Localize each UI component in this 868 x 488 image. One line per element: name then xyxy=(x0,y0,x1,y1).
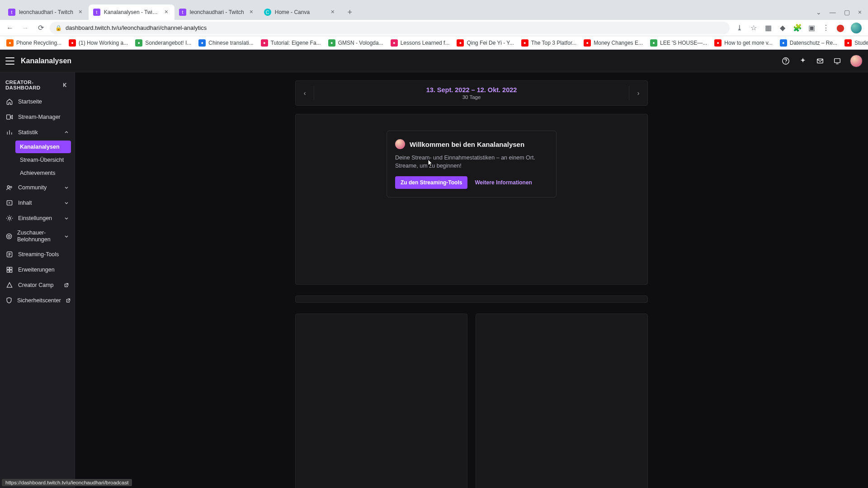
bookmark-item[interactable]: ●Student Wants an... xyxy=(842,38,868,48)
sidebar-subitem-achievements[interactable]: Achievements xyxy=(15,167,71,179)
updates-icon[interactable]: ⬤ xyxy=(836,23,844,32)
bookmark-item[interactable]: ●Money Changes E... xyxy=(581,38,646,48)
lock-icon: 🔒 xyxy=(55,25,62,31)
sidebar-item-label: Einstellungen xyxy=(18,215,52,221)
extensions-puzzle-icon[interactable]: 🧩 xyxy=(793,23,801,32)
install-icon[interactable]: ⤓ xyxy=(735,23,743,32)
rewards-icon xyxy=(5,232,13,240)
bookmark-item[interactable]: ●Sonderangebot! I... xyxy=(132,38,194,48)
maximize-icon[interactable]: ▢ xyxy=(844,9,850,16)
bookmark-item[interactable]: ●GMSN - Vologda... xyxy=(326,38,386,48)
forward-button[interactable]: → xyxy=(19,22,32,34)
svg-point-8 xyxy=(9,217,11,220)
svg-rect-12 xyxy=(7,267,9,269)
sidebar-subitem-label: Achievements xyxy=(20,170,56,176)
extension-square-icon[interactable]: ▣ xyxy=(807,23,816,32)
bookmark-item[interactable]: ●Phone Recycling... xyxy=(4,38,64,48)
date-prev-button[interactable]: ‹ xyxy=(296,81,314,105)
browser-toolbar: ← → ⟳ 🔒 dashboard.twitch.tv/u/leonchaudh… xyxy=(0,20,868,36)
svg-point-5 xyxy=(7,186,9,188)
sidebar-item-zuschauer-belohnungen[interactable]: Zuschauer-Belohnungen xyxy=(0,226,75,247)
browser-tab-active[interactable]: t Kanalanalysen - Twitch × xyxy=(89,5,175,20)
bookmark-label: (1) How Working a... xyxy=(79,40,128,46)
bookmark-label: Qing Fei De Yi - Y... xyxy=(467,40,514,46)
extension-icon[interactable]: ◆ xyxy=(778,23,787,32)
date-next-button[interactable]: › xyxy=(629,81,647,105)
extension-pixel-icon[interactable]: ▦ xyxy=(764,23,772,32)
hamburger-icon[interactable] xyxy=(5,56,14,66)
streaming-tools-button[interactable]: Zu den Streaming-Tools xyxy=(395,176,467,189)
sidebar-item-label: Community xyxy=(18,184,47,191)
bookmark-item[interactable]: ●Chinese translati... xyxy=(196,38,256,48)
sidebar-item-einstellungen[interactable]: Einstellungen xyxy=(0,211,75,226)
bookmark-item[interactable]: ●Tutorial: Eigene Fa... xyxy=(258,38,324,48)
tab-title: leonchaudhari - Twitch xyxy=(190,9,244,15)
sidebar-item-label: Startseite xyxy=(18,99,42,105)
bookmark-item[interactable]: ●(1) How Working a... xyxy=(66,38,131,48)
sidebar-subitem-stream-uebersicht[interactable]: Stream-Übersicht xyxy=(15,154,71,166)
toolbar-actions: ⤓ ☆ ▦ ◆ 🧩 ▣ ⋮ ⬤ xyxy=(732,23,864,33)
sidebar-item-label: Creator Camp xyxy=(18,282,54,288)
help-icon[interactable] xyxy=(781,56,790,66)
reload-button[interactable]: ⟳ xyxy=(34,22,47,34)
placeholder-panel xyxy=(295,314,467,488)
date-range-picker: ‹ 13. Sept. 2022 – 12. Okt. 2022 30 Tage… xyxy=(295,80,648,106)
placeholder-grid xyxy=(295,314,648,488)
sidebar-item-inhalt[interactable]: Inhalt xyxy=(0,195,75,211)
sidebar-item-label: Inhalt xyxy=(18,200,32,206)
sidebar-item-community[interactable]: Community xyxy=(0,180,75,195)
bookmark-item[interactable]: ●Datenschutz – Re... xyxy=(777,38,840,48)
inbox-icon[interactable] xyxy=(816,56,825,66)
close-window-icon[interactable]: × xyxy=(858,9,862,16)
sidebar-item-erweiterungen[interactable]: Erweiterungen xyxy=(0,262,75,277)
sparkle-icon[interactable] xyxy=(798,56,807,66)
minimize-icon[interactable]: — xyxy=(830,9,836,16)
date-range-days: 30 Tage xyxy=(314,94,629,100)
bookmark-item[interactable]: ●How to get more v... xyxy=(712,38,775,48)
address-bar[interactable]: 🔒 dashboard.twitch.tv/u/leonchaudhari/ch… xyxy=(50,22,730,34)
browser-tab[interactable]: C Home - Canva × xyxy=(259,5,341,20)
sidebar-item-streaming-tools[interactable]: Streaming-Tools xyxy=(0,247,75,262)
browser-tab[interactable]: t leonchaudhari - Twitch × xyxy=(175,5,259,20)
back-button[interactable]: ← xyxy=(4,22,16,34)
close-icon[interactable]: × xyxy=(329,9,336,16)
new-tab-button[interactable]: + xyxy=(344,6,356,19)
user-avatar[interactable] xyxy=(850,55,863,67)
date-range-display[interactable]: 13. Sept. 2022 – 12. Okt. 2022 30 Tage xyxy=(314,86,629,100)
status-bar: https://dashboard.twitch.tv/u/leonchaudh… xyxy=(2,479,132,486)
bookmark-item[interactable]: ●Lessons Learned f... xyxy=(388,38,453,48)
bookmark-label: Tutorial: Eigene Fa... xyxy=(271,40,321,46)
sidebar-item-sicherheitscenter[interactable]: Sicherheitscenter xyxy=(0,293,75,308)
browser-chrome: t leonchaudhari - Twitch × t Kanalanalys… xyxy=(0,0,868,50)
chevron-down-icon[interactable]: ⌄ xyxy=(816,9,821,16)
tab-title: Kanalanalysen - Twitch xyxy=(104,9,159,15)
more-info-link[interactable]: Weitere Informationen xyxy=(475,179,532,186)
bookmark-label: Phone Recycling... xyxy=(16,40,61,46)
sidebar-item-label: Statistik xyxy=(18,129,38,136)
bookmark-item[interactable]: ●The Top 3 Platfor... xyxy=(519,38,580,48)
sidebar-item-stream-manager[interactable]: Stream-Manager xyxy=(0,109,75,125)
sidebar-item-creator-camp[interactable]: Creator Camp xyxy=(0,277,75,293)
close-icon[interactable]: × xyxy=(77,9,84,16)
sidebar-subitem-label: Stream-Übersicht xyxy=(20,157,64,163)
close-icon[interactable]: × xyxy=(163,9,170,16)
close-icon[interactable]: × xyxy=(248,9,255,16)
bookmark-item[interactable]: ●LEE 'S HOUSE—... xyxy=(647,38,710,48)
more-icon[interactable]: ⋮ xyxy=(822,23,830,32)
profile-avatar[interactable] xyxy=(851,23,862,33)
bookmark-item[interactable]: ●Qing Fei De Yi - Y... xyxy=(454,38,516,48)
tools-icon xyxy=(5,250,14,258)
star-icon[interactable]: ☆ xyxy=(750,23,758,32)
sidebar-item-home[interactable]: Startseite xyxy=(0,94,75,109)
tab-strip: t leonchaudhari - Twitch × t Kanalanalys… xyxy=(0,0,868,20)
sidebar-item-label: Sicherheitscenter xyxy=(17,297,61,304)
welcome-card: Willkommen bei den Kanalanalysen Deine S… xyxy=(387,131,557,197)
collapse-sidebar-icon[interactable] xyxy=(62,81,69,89)
stream-live-icon[interactable] xyxy=(833,56,842,66)
shield-icon xyxy=(5,296,13,305)
sidebar-subitem-kanalanalysen[interactable]: Kanalanalysen xyxy=(15,141,71,153)
browser-tab[interactable]: t leonchaudhari - Twitch × xyxy=(4,5,89,20)
bookmark-favicon: ● xyxy=(844,39,852,47)
bookmark-favicon: ● xyxy=(198,39,206,47)
sidebar-item-statistik[interactable]: Statistik xyxy=(0,125,75,140)
